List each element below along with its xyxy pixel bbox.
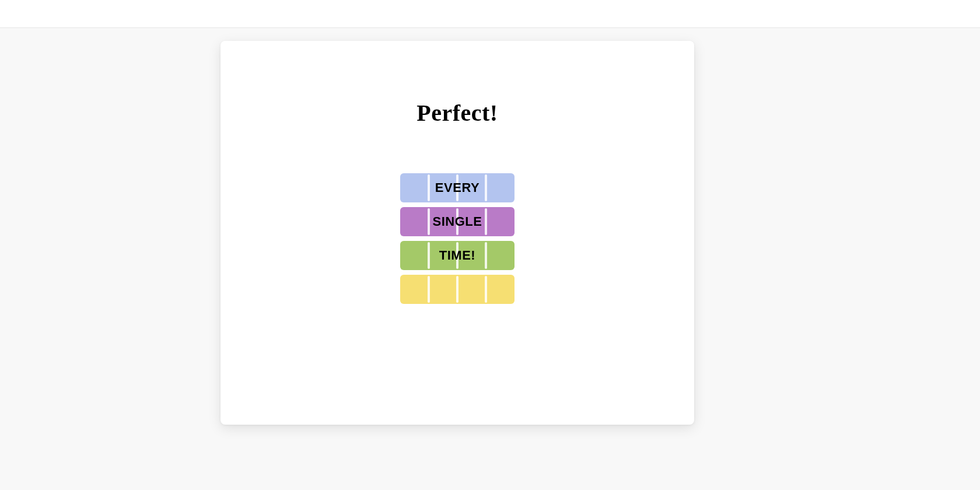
result-row-label: SINGLE [433, 214, 482, 229]
result-row: EVERY [400, 173, 514, 202]
top-bar [0, 0, 980, 28]
results-rows: EVERY SINGLE TIME! [400, 173, 514, 304]
row-notch [485, 242, 487, 269]
result-row [400, 275, 514, 304]
results-modal: Perfect! EVERY SINGLE TIME! [220, 41, 694, 425]
row-notch [485, 174, 487, 201]
row-notch [456, 276, 459, 303]
row-notch [485, 276, 487, 303]
row-notch [485, 208, 487, 235]
result-row: TIME! [400, 241, 514, 270]
row-notch [428, 242, 430, 269]
result-row-label: TIME! [439, 248, 475, 263]
row-notch [428, 208, 430, 235]
result-row-label: EVERY [435, 180, 480, 195]
result-row: SINGLE [400, 207, 514, 236]
results-headline: Perfect! [416, 99, 498, 127]
row-notch [428, 174, 430, 201]
row-notch [428, 276, 430, 303]
